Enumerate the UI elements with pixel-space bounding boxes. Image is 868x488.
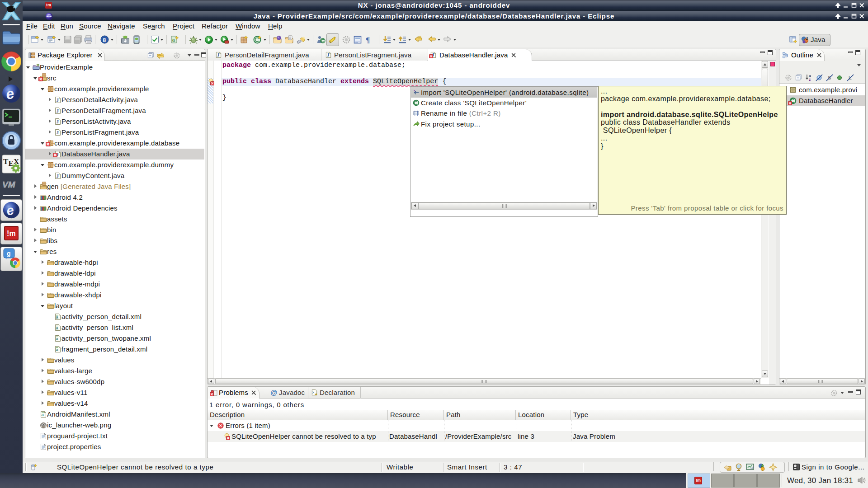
svg-text:J: J (806, 36, 808, 41)
svg-text:¶: ¶ (366, 36, 370, 44)
svg-text:z: z (809, 77, 811, 82)
svg-text:VM: VM (2, 180, 16, 189)
svg-text:a: a (172, 38, 175, 42)
svg-text:8: 8 (103, 37, 106, 43)
svg-text:g: g (7, 250, 11, 257)
